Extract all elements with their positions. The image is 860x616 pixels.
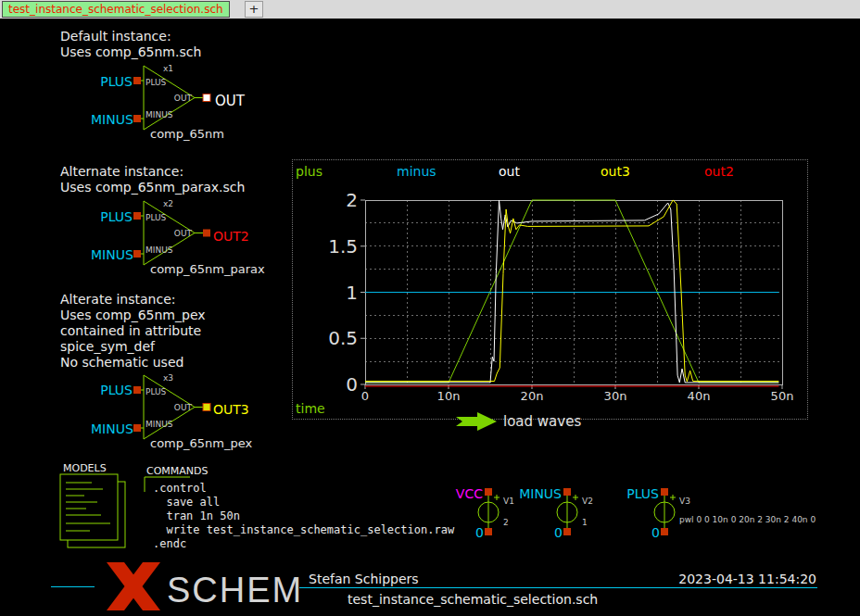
minus-pin-square[interactable] xyxy=(133,424,141,432)
svg-text:30n: 30n xyxy=(604,389,627,403)
pin-label-minus: MINUS xyxy=(145,420,172,429)
svg-text:0: 0 xyxy=(361,389,369,403)
xschem-logo-text: SCHEM xyxy=(167,571,303,610)
vsource-value: pwl 0 0 10n 0 20n 2 30n 2 40n 0 xyxy=(679,515,816,524)
top-pin-square[interactable] xyxy=(661,488,668,496)
svg-text:1.5: 1.5 xyxy=(328,235,358,258)
waveform-graph[interactable]: plusminusoutout3out2 010n20n30n40n50n00.… xyxy=(292,159,808,420)
pin-label-minus: MINUS xyxy=(145,245,172,255)
svg-text:50n: 50n xyxy=(771,389,794,403)
top-pin-square[interactable] xyxy=(485,488,492,496)
svg-text:2: 2 xyxy=(346,189,358,211)
bottom-pin-square[interactable] xyxy=(563,528,571,535)
spice-commands-text[interactable]: .control save all tran 1n 50n write test… xyxy=(153,482,454,551)
pin-label-out: OUT xyxy=(162,94,192,103)
legend-item-out3: out3 xyxy=(601,164,630,179)
datetime-stamp: 2023-04-13 11:54:20 xyxy=(639,572,816,586)
schematic-canvas[interactable]: Default instance:Uses comp_65nm.sch PLUS… xyxy=(0,19,860,616)
instance-name-x2: x2 xyxy=(163,199,173,208)
net-label-minus[interactable]: MINUS xyxy=(91,247,133,262)
symbol-name-label: comp_65nm_pex xyxy=(150,436,252,450)
instance-name-x3: x3 xyxy=(163,373,173,383)
net-label-plus[interactable]: PLUS xyxy=(91,209,133,224)
pin-label-minus: MINUS xyxy=(145,110,172,119)
out-pin-square[interactable] xyxy=(203,94,210,102)
gnd-label[interactable]: 0 xyxy=(644,525,660,540)
symbol-name-label: comp_65nm_parax xyxy=(150,262,265,276)
legend-item-minus: minus xyxy=(397,164,436,179)
legend-item-out2: out2 xyxy=(704,164,734,179)
net-label-minus[interactable]: MINUS xyxy=(91,112,133,127)
new-tab-button[interactable]: + xyxy=(245,1,263,18)
instance2-heading: Alternate instance:Uses comp_65nm_parax.… xyxy=(60,164,245,195)
net-label-plus[interactable]: PLUS xyxy=(91,383,133,397)
pin-label-plus: PLUS xyxy=(145,387,166,396)
net-label-plus[interactable]: PLUS xyxy=(91,74,133,89)
net-label-out[interactable]: OUT xyxy=(215,93,245,109)
top-pin-square[interactable] xyxy=(563,488,571,496)
gnd-label[interactable]: 0 xyxy=(468,525,484,540)
author-name: Stefan Schippers xyxy=(309,572,419,586)
net-label-out2[interactable]: OUT2 xyxy=(213,229,249,244)
tab-current-file[interactable]: test_instance_schematic_selection.sch xyxy=(2,1,230,18)
models-document-icon[interactable] xyxy=(58,473,129,551)
pin-label-out: OUT xyxy=(162,403,192,412)
instance-name-x1: x1 xyxy=(163,64,173,73)
out-pin-square[interactable] xyxy=(203,230,210,237)
pin-label-out: OUT xyxy=(162,229,192,238)
bottom-pin-square[interactable] xyxy=(661,528,668,535)
vsource-value: 1 xyxy=(582,518,588,527)
titleblock-underline xyxy=(299,587,817,588)
vsource-name: V1 xyxy=(503,497,514,506)
svg-text:0.5: 0.5 xyxy=(328,327,358,349)
pin-label-plus: PLUS xyxy=(145,213,166,222)
load-waves-launcher[interactable]: load waves xyxy=(503,413,581,430)
waveform-plot[interactable]: 010n20n30n40n50n00.511.52 xyxy=(293,160,807,419)
vsource-name: V2 xyxy=(582,497,593,506)
launcher-arrow-icon[interactable] xyxy=(454,412,500,431)
svg-text:10n: 10n xyxy=(437,389,461,403)
svg-text:20n: 20n xyxy=(521,389,544,403)
symbol-name-label: comp_65nm xyxy=(150,127,224,141)
titleblock-left-line xyxy=(51,586,95,587)
pin-label-plus: PLUS xyxy=(145,78,166,87)
plus-pin-square[interactable] xyxy=(133,386,141,394)
legend-item-plus: plus xyxy=(296,164,322,179)
minus-pin-square[interactable] xyxy=(133,115,141,122)
vsource-value: 2 xyxy=(503,518,509,527)
plus-pin-square[interactable] xyxy=(133,212,141,220)
instance3-heading: Alterate instance:Uses comp_65nm_pex con… xyxy=(60,292,206,371)
svg-text:0: 0 xyxy=(346,373,358,396)
tab-bar: test_instance_schematic_selection.sch + xyxy=(0,0,860,19)
vsource-name: V3 xyxy=(679,497,690,506)
net-label-minus[interactable]: MINUS xyxy=(91,421,133,436)
xschem-logo-x-icon xyxy=(102,562,165,610)
x-axis-title: time xyxy=(296,401,325,416)
instance1-heading: Default instance:Uses comp_65nm.sch xyxy=(60,29,201,60)
legend-item-out: out xyxy=(499,164,520,179)
gnd-label[interactable]: 0 xyxy=(547,525,563,540)
net-label-out3[interactable]: OUT3 xyxy=(213,402,249,417)
svg-text:40n: 40n xyxy=(688,389,711,403)
out-pin-square[interactable] xyxy=(203,404,210,411)
plus-pin-square[interactable] xyxy=(133,77,141,84)
minus-pin-square[interactable] xyxy=(133,250,141,258)
bottom-pin-square[interactable] xyxy=(485,528,492,535)
svg-text:1: 1 xyxy=(346,282,358,304)
schematic-filename: test_instance_schematic_selection.sch xyxy=(348,592,598,607)
